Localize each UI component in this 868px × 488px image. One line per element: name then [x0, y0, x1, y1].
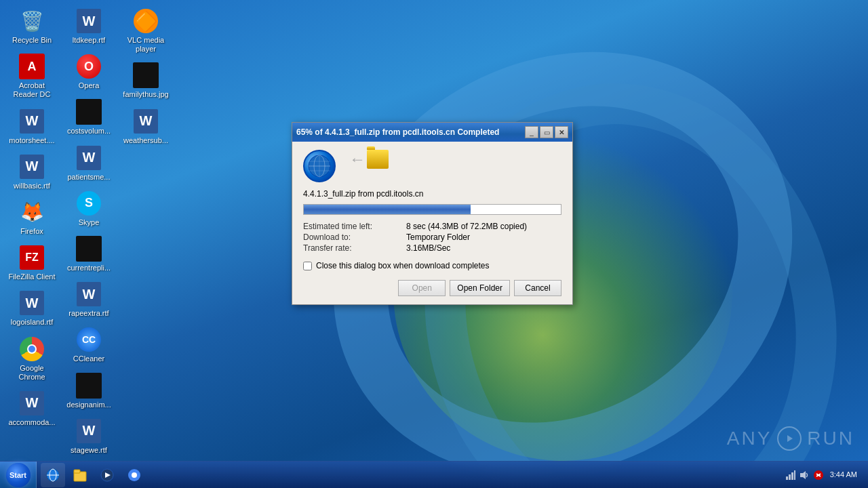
- volume-tray-icon: [799, 470, 810, 481]
- dialog-overlay: 65% of 4.4.1.3_full.zip from pcdl.itools…: [0, 0, 868, 488]
- svg-rect-19: [794, 470, 795, 480]
- dialog-buttons: Open Open Folder Cancel: [303, 280, 561, 296]
- progress-bar-container: [303, 204, 561, 215]
- estimated-time-label: Estimated time left:: [303, 222, 405, 231]
- globe-icon: [303, 150, 336, 182]
- svg-rect-11: [74, 470, 80, 473]
- estimated-time-value: 8 sec (44.3MB of 72.2MB copied): [406, 222, 561, 231]
- open-folder-button[interactable]: Open Folder: [450, 280, 510, 296]
- taskbar: Start: [0, 461, 868, 488]
- dialog-restore-button[interactable]: ▭: [540, 126, 553, 138]
- dialog-icon-row: ←: [303, 150, 561, 182]
- taskbar-items: [37, 462, 780, 488]
- close-dialog-checkbox-label[interactable]: Close this dialog box when download comp…: [316, 261, 490, 270]
- dialog-close-button[interactable]: ✕: [555, 126, 568, 138]
- download-dialog: 65% of 4.4.1.3_full.zip from pcdl.itools…: [292, 122, 573, 305]
- start-orb: Start: [6, 463, 31, 487]
- taskbar-explorer-icon[interactable]: [68, 463, 92, 487]
- progress-bar-fill: [304, 205, 471, 214]
- taskbar-chrome-icon[interactable]: [122, 463, 146, 487]
- dialog-title: 65% of 4.4.1.3_full.zip from pcdl.itools…: [296, 127, 525, 137]
- svg-rect-16: [786, 476, 788, 480]
- file-name-text: 4.4.1.3_full.zip from pcdl.itools.cn: [303, 189, 423, 199]
- clock: 3:44 AM: [825, 470, 863, 479]
- folder-icon: [367, 150, 389, 169]
- start-label: Start: [9, 471, 26, 479]
- svg-marker-20: [800, 471, 806, 479]
- taskbar-ie-icon[interactable]: [41, 463, 65, 487]
- taskbar-media-icon[interactable]: [95, 463, 119, 487]
- transfer-rate-label: Transfer rate:: [303, 243, 405, 253]
- info-grid: Estimated time left: 8 sec (44.3MB of 72…: [303, 222, 561, 253]
- transfer-rate-value: 3.16MB/Sec: [406, 243, 561, 253]
- clock-time: 3:44 AM: [830, 470, 857, 479]
- folder-arrow-icon: ←: [349, 150, 366, 169]
- close-dialog-checkbox[interactable]: [303, 262, 312, 270]
- desktop: 🗑️ Recycle Bin A Acrobat Reader DC W mot…: [0, 0, 868, 488]
- dialog-content: ← 4.4.1.3_full.zip from pcdl.itools.cn E…: [292, 142, 572, 304]
- download-to-label: Download to:: [303, 232, 405, 242]
- security-tray-icon: [812, 470, 825, 481]
- taskbar-right: 3:44 AM: [780, 470, 868, 481]
- system-tray: [785, 470, 825, 481]
- dialog-minimize-button[interactable]: _: [525, 126, 538, 138]
- close-dialog-checkbox-row: Close this dialog box when download comp…: [303, 261, 561, 270]
- svg-rect-17: [789, 474, 791, 480]
- network-tray-icon: [785, 470, 796, 481]
- dialog-titlebar[interactable]: 65% of 4.4.1.3_full.zip from pcdl.itools…: [292, 123, 572, 142]
- folder-animation: ←: [349, 150, 389, 169]
- file-name-display: 4.4.1.3_full.zip from pcdl.itools.cn: [303, 189, 561, 199]
- dialog-controls: _ ▭ ✕: [525, 126, 568, 138]
- svg-point-15: [132, 472, 137, 478]
- svg-rect-18: [791, 472, 793, 480]
- open-button[interactable]: Open: [398, 280, 446, 296]
- download-to-value: Temporary Folder: [406, 232, 561, 242]
- start-button[interactable]: Start: [0, 462, 37, 489]
- cancel-button[interactable]: Cancel: [514, 280, 561, 296]
